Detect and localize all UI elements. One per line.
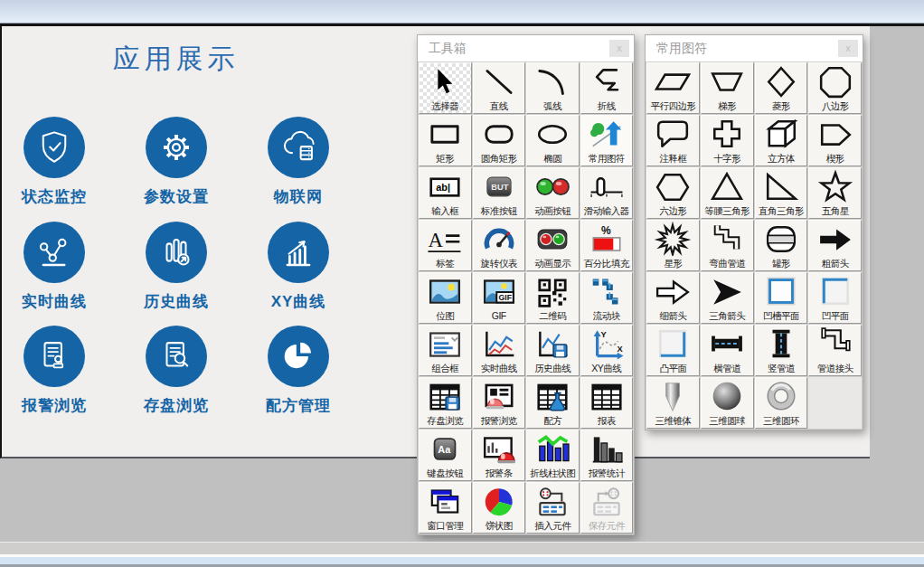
tool-trapezoid[interactable]: 梯形 bbox=[701, 62, 754, 114]
tool-triangle-arrow[interactable]: 三角箭头 bbox=[701, 272, 754, 324]
cell-label: 动画按钮 bbox=[534, 204, 570, 218]
tool-alarm-screen[interactable]: 报警浏览 bbox=[473, 377, 526, 429]
cell-label: 位图 bbox=[436, 309, 454, 323]
tool-sphere-3d[interactable]: 三维圆球 bbox=[701, 377, 754, 429]
app-shield-check[interactable]: 状态监控 bbox=[4, 117, 105, 207]
tool-xy-curve[interactable]: YXXY曲线 bbox=[580, 325, 634, 376]
tool-rect[interactable]: 矩形 bbox=[419, 115, 472, 166]
cell-label: 插入元件 bbox=[534, 519, 570, 533]
tool-v-pipe[interactable]: 竖管道 bbox=[755, 325, 808, 376]
tool-history-curve[interactable]: 历史曲线 bbox=[526, 325, 580, 376]
tool-input-box[interactable]: ab|输入框 bbox=[419, 167, 472, 219]
tool-concave-plane[interactable]: 凹平面 bbox=[808, 272, 862, 324]
horizontal-scrollbar[interactable] bbox=[0, 542, 924, 555]
tool-gauge[interactable]: 旋转仪表 bbox=[473, 220, 526, 271]
tool-gif[interactable]: GIFGIF bbox=[473, 272, 526, 324]
app-pie[interactable]: 配方管理 bbox=[248, 326, 349, 416]
toolbox-titlebar[interactable]: 工具箱 x bbox=[418, 35, 634, 61]
tool-insert-component[interactable]: 插入元件 bbox=[526, 482, 580, 534]
tool-common-symbols[interactable]: 常用图符 bbox=[580, 115, 634, 166]
tool-cross[interactable]: 十字形 bbox=[701, 115, 754, 166]
realtime-curve-icon bbox=[474, 326, 525, 362]
svg-text:BUT: BUT bbox=[491, 183, 508, 192]
app-gear[interactable]: 参数设置 bbox=[126, 117, 227, 207]
tool-groove-plane[interactable]: 凹槽平面 bbox=[755, 272, 808, 324]
slider-icon bbox=[581, 168, 633, 204]
cell-label: 五角星 bbox=[822, 204, 849, 218]
tool-combo-box[interactable]: 组合框 bbox=[419, 325, 472, 376]
xy-trend-icon bbox=[268, 222, 329, 283]
tool-line[interactable]: 直线 bbox=[473, 62, 526, 114]
alarm-stats-icon bbox=[581, 430, 633, 467]
app-doc-search[interactable]: 存盘浏览 bbox=[126, 326, 227, 416]
tool-pie-chart[interactable]: 饼状图 bbox=[473, 482, 526, 534]
tool-keyboard-button[interactable]: Aa键盘按钮 bbox=[419, 430, 472, 481]
tool-burst-star[interactable]: 星形 bbox=[646, 220, 700, 271]
svg-text:ab|: ab| bbox=[436, 182, 450, 193]
tool-cursor[interactable]: 选择器 bbox=[419, 62, 472, 114]
tool-cube[interactable]: 立方体 bbox=[755, 115, 808, 166]
tool-realtime-curve[interactable]: 实时曲线 bbox=[473, 325, 526, 376]
tool-qr-code[interactable]: 二维码 bbox=[526, 272, 580, 324]
tool-ellipse[interactable]: 椭圆 bbox=[526, 115, 580, 166]
isosceles-triangle-icon bbox=[702, 168, 753, 204]
cell-label: 椭圆 bbox=[543, 152, 561, 165]
tool-standard-button[interactable]: BUT标准按钮 bbox=[473, 167, 526, 219]
app-history-bars[interactable]: 历史曲线 bbox=[126, 222, 227, 312]
symbols-titlebar[interactable]: 常用图符 x bbox=[646, 35, 863, 61]
tool-animated-button[interactable]: 动画按钮 bbox=[526, 167, 580, 219]
tool-line-bar-chart[interactable]: 折线柱状图 bbox=[526, 430, 580, 481]
status-bar bbox=[0, 557, 924, 564]
tool-slider[interactable]: 滑动输入器 bbox=[580, 167, 634, 219]
cell-label: 菱形 bbox=[772, 99, 790, 113]
tool-right-triangle[interactable]: 直角三角形 bbox=[755, 167, 808, 219]
tool-isosceles-triangle[interactable]: 等腰三角形 bbox=[701, 167, 754, 219]
tool-thin-arrow[interactable]: 细箭头 bbox=[646, 272, 700, 324]
tool-text-label[interactable]: A标签 bbox=[419, 220, 472, 271]
tool-star[interactable]: 五角星 bbox=[808, 167, 862, 219]
tool-thick-arrow[interactable]: 粗箭头 bbox=[808, 220, 862, 271]
tool-storage-table[interactable]: 存盘浏览 bbox=[419, 377, 472, 429]
tool-arc[interactable]: 弧线 bbox=[526, 62, 580, 114]
app-xy-trend[interactable]: XY曲线 bbox=[248, 222, 349, 312]
tool-polyline[interactable]: 折线 bbox=[580, 62, 634, 114]
tool-rounded-rect[interactable]: 圆角矩形 bbox=[473, 115, 526, 166]
tool-alarm-stats[interactable]: 报警统计 bbox=[580, 430, 634, 481]
tool-convex-plane[interactable]: 凸平面 bbox=[646, 325, 700, 376]
convex-plane-icon bbox=[647, 326, 699, 362]
tool-alarm-bar[interactable]: 报警条 bbox=[473, 430, 526, 481]
cell-label: 常用图符 bbox=[589, 152, 625, 165]
tool-comment-box[interactable]: 注释框 bbox=[646, 115, 700, 166]
cell-label: 历史曲线 bbox=[534, 362, 570, 375]
close-icon[interactable]: x bbox=[838, 40, 858, 57]
recipe-table-icon bbox=[527, 378, 579, 414]
tool-wedge[interactable]: 楔形 bbox=[808, 115, 862, 166]
app-cloud-server[interactable]: 物联网 bbox=[248, 117, 349, 207]
tool-h-pipe[interactable]: 横管道 bbox=[701, 325, 754, 376]
cone-3d-icon bbox=[647, 378, 699, 414]
tool-curved-pipe[interactable]: 弯曲管道 bbox=[701, 220, 754, 271]
tool-flow-block[interactable]: 流动块 bbox=[580, 272, 634, 324]
tool-hexagon[interactable]: 六边形 bbox=[646, 167, 700, 219]
tool-pipe-joint[interactable]: 管道接头 bbox=[808, 325, 862, 376]
app-doc-stamp[interactable]: 报警浏览 bbox=[4, 326, 105, 416]
app-node-curve[interactable]: 实时曲线 bbox=[4, 222, 105, 312]
tool-cone-3d[interactable]: 三维锥体 bbox=[646, 377, 700, 429]
tool-window-manage[interactable]: 窗口管理 bbox=[419, 482, 472, 534]
tool-bitmap[interactable]: 位图 bbox=[419, 272, 472, 324]
tool-diamond[interactable]: 菱形 bbox=[755, 62, 808, 114]
octagon-icon bbox=[809, 63, 861, 99]
tool-animation-display[interactable]: 动画显示 bbox=[526, 220, 580, 271]
tool-report-table[interactable]: 报表 bbox=[580, 377, 634, 429]
tool-recipe-table[interactable]: 配方 bbox=[526, 377, 580, 429]
tool-parallelogram[interactable]: 平行四边形 bbox=[646, 62, 700, 114]
star-icon bbox=[809, 168, 861, 204]
tool-ring-3d[interactable]: 三维圆环 bbox=[755, 377, 808, 429]
close-icon[interactable]: x bbox=[609, 40, 629, 57]
tool-octagon[interactable]: 八边形 bbox=[808, 62, 862, 114]
tool-percent-fill[interactable]: %百分比填充 bbox=[580, 220, 634, 271]
cell-label: XY曲线 bbox=[591, 362, 621, 375]
tool-tank[interactable]: 罐形 bbox=[755, 220, 808, 271]
cell-label: 凹槽平面 bbox=[763, 309, 799, 323]
tool-save-component[interactable]: 保存元件 bbox=[580, 482, 634, 534]
